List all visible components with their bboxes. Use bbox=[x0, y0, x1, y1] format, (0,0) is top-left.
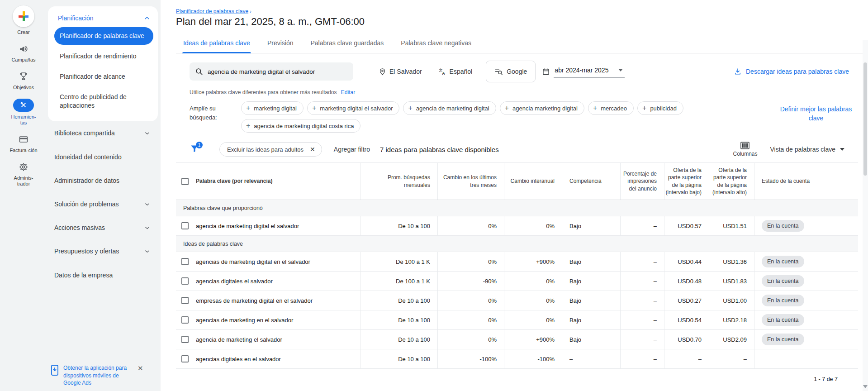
scrollbar-thumb[interactable] bbox=[863, 62, 867, 176]
filter-bar: 1 Excluir las ideas para adultos ✕ Agreg… bbox=[190, 142, 858, 157]
sidebar-item-content-suitability[interactable]: Idoneidad del contenido bbox=[47, 145, 158, 169]
map-pin-icon bbox=[379, 68, 386, 76]
add-filter-button[interactable]: Agregar filtro bbox=[334, 146, 370, 153]
sidebar-item-business-data[interactable]: Datos de la empresa bbox=[47, 263, 158, 287]
download-label: Descargar ideas para palabras clave bbox=[746, 68, 849, 75]
network-value: Google bbox=[507, 68, 527, 75]
change-yoy-cell: +900% bbox=[504, 330, 562, 349]
close-icon[interactable]: ✕ bbox=[138, 364, 143, 386]
rail-label-create: Crear bbox=[9, 29, 38, 35]
sidebar-item-budgets-bids[interactable]: Presupuestos y ofertas bbox=[47, 239, 158, 263]
change-3m-cell: 0% bbox=[437, 252, 504, 271]
caret-down-icon bbox=[618, 69, 623, 72]
rail-label-admin: Adminis-trador bbox=[9, 175, 38, 187]
refine-keywords-link[interactable]: Definir mejor las palabras clave bbox=[773, 101, 859, 133]
chip-add-keyword[interactable]: +agencia de marketing digital costa rica bbox=[241, 119, 360, 133]
create-button[interactable] bbox=[13, 5, 34, 27]
row-checkbox[interactable] bbox=[181, 297, 189, 304]
status-cell bbox=[754, 349, 858, 368]
sidebar-item-troubleshooting[interactable]: Solución de problemas bbox=[47, 192, 158, 216]
scrollbar[interactable] bbox=[863, 40, 868, 391]
chip-label: mercadeo bbox=[601, 105, 627, 112]
impression-share-cell: – bbox=[620, 252, 664, 271]
trophy-icon bbox=[18, 71, 29, 82]
network-selector[interactable]: Google bbox=[486, 61, 536, 82]
rail-item-billing[interactable]: Factura-ción bbox=[9, 134, 38, 153]
rail-item-goals[interactable]: Objetivos bbox=[9, 71, 38, 91]
tab-saved-keywords[interactable]: Palabras clave guardadas bbox=[309, 35, 384, 53]
keyword-cell: agencias de marketing digital en el salv… bbox=[176, 252, 360, 271]
status-cell: En la cuenta bbox=[754, 291, 858, 310]
bid-low-cell: USD0.44 bbox=[664, 252, 709, 271]
tab-keyword-ideas[interactable]: Ideas de palabras clave bbox=[182, 35, 251, 53]
row-checkbox[interactable] bbox=[181, 316, 189, 324]
sidebar-item-bulk-actions[interactable]: Acciones masivas bbox=[47, 216, 158, 239]
breadcrumb-link[interactable]: Planificador de palabras clave bbox=[176, 8, 248, 14]
edit-link[interactable]: Editar bbox=[341, 89, 355, 95]
tab-forecast[interactable]: Previsión bbox=[266, 35, 294, 53]
promo-link[interactable]: Obtener la aplicación para dispositivos … bbox=[63, 364, 131, 386]
filter-chip-exclude-adult[interactable]: Excluir las ideas para adultos ✕ bbox=[219, 142, 322, 157]
sidebar-item-reach-planner[interactable]: Planificador de alcance bbox=[54, 68, 153, 86]
sidebar-item-keyword-planner[interactable]: Planificador de palabras clave bbox=[54, 27, 153, 45]
keyword-cell: agencia de marketing el salvador bbox=[176, 330, 360, 349]
avg-searches-cell: De 10 a 100 bbox=[360, 330, 437, 349]
tab-bar: Ideas de palabras clave Previsión Palabr… bbox=[176, 35, 868, 53]
chip-add-keyword[interactable]: +marketing digital bbox=[241, 101, 304, 115]
row-checkbox[interactable] bbox=[181, 258, 189, 265]
row-checkbox[interactable] bbox=[181, 277, 189, 285]
sidebar-item-data-manager[interactable]: Administrador de datos bbox=[47, 169, 158, 192]
chip-add-keyword[interactable]: +mercadeo bbox=[588, 101, 634, 115]
rail-item-campaigns[interactable]: Campañas bbox=[9, 43, 38, 63]
select-all-checkbox[interactable] bbox=[181, 178, 189, 185]
competition-cell: Bajo bbox=[562, 216, 620, 235]
download-ideas-button[interactable]: Descargar ideas para palabras clave bbox=[734, 67, 849, 76]
rail-item-create[interactable]: Crear bbox=[9, 5, 38, 35]
sidebar-item-performance-planner[interactable]: Planificador de rendimiento bbox=[54, 48, 153, 65]
chip-add-keyword[interactable]: +publicidad bbox=[637, 101, 683, 115]
status-cell: En la cuenta bbox=[754, 252, 858, 271]
keyword-search-box[interactable] bbox=[190, 62, 353, 81]
keyword-text: agencias digitales el salvador bbox=[196, 278, 273, 285]
rail-label-campaigns: Campañas bbox=[9, 57, 38, 63]
download-icon bbox=[734, 67, 742, 76]
section-keyword-ideas: Ideas de palabras clave bbox=[176, 236, 858, 252]
date-range-value-wrap: abr 2024-mar 2025 bbox=[554, 66, 625, 78]
columns-button[interactable]: Columnas bbox=[733, 142, 757, 157]
row-checkbox[interactable] bbox=[181, 336, 189, 343]
keyword-view-selector[interactable]: Vista de palabras clave bbox=[770, 146, 845, 153]
row-checkbox[interactable] bbox=[181, 222, 189, 229]
planning-section-title: Planificación bbox=[58, 14, 94, 22]
planning-section-header[interactable]: Planificación bbox=[54, 13, 153, 27]
change-yoy-cell: 0% bbox=[504, 272, 562, 291]
scroll-down-arrow-icon[interactable] bbox=[863, 385, 868, 388]
toolbar: El Salvador 文A Español Google abr 202 bbox=[190, 61, 859, 82]
sidebar-item-app-ads-hub[interactable]: Centro de publicidad de aplicaciones bbox=[54, 88, 153, 114]
row-checkbox[interactable] bbox=[181, 355, 189, 362]
header-avg-searches: Prom. búsquedas mensuales bbox=[360, 163, 437, 200]
megaphone-icon bbox=[18, 43, 29, 55]
columns-label: Columnas bbox=[733, 151, 757, 157]
status-badge: En la cuenta bbox=[762, 220, 804, 232]
tab-negative-keywords[interactable]: Palabras clave negativas bbox=[400, 35, 472, 53]
rail-item-admin[interactable]: Adminis-trador bbox=[9, 161, 38, 187]
bid-low-cell: USD0.48 bbox=[664, 272, 709, 291]
keyword-cell: agencias digitales en el salvador bbox=[176, 349, 360, 368]
table-row: agencias de marketing en el salvador De … bbox=[176, 310, 858, 330]
chip-add-keyword[interactable]: +agencia marketing digital bbox=[500, 101, 584, 115]
table-row: agencias digitales en el salvador De 10 … bbox=[176, 349, 858, 369]
chip-add-keyword[interactable]: +marketing digital el salvador bbox=[307, 101, 399, 115]
search-input[interactable] bbox=[208, 68, 348, 75]
location-selector[interactable]: El Salvador bbox=[379, 68, 422, 76]
avg-searches-cell: De 100 a 1 K bbox=[360, 252, 437, 271]
chip-add-keyword[interactable]: +agencia de marketing digital bbox=[403, 101, 496, 115]
rail-item-tools[interactable]: Herramien-tas bbox=[9, 99, 38, 126]
filter-funnel-button[interactable]: 1 bbox=[190, 143, 201, 155]
sidebar-item-shared-library[interactable]: Biblioteca compartida bbox=[47, 121, 158, 145]
impression-share-cell: – bbox=[620, 272, 664, 291]
chip-label: publicidad bbox=[650, 105, 677, 112]
close-icon[interactable]: ✕ bbox=[310, 146, 315, 153]
language-selector[interactable]: 文A Español bbox=[438, 67, 473, 76]
mobile-app-promo[interactable]: Obtener la aplicación para dispositivos … bbox=[50, 364, 157, 386]
date-range-selector[interactable]: abr 2024-mar 2025 bbox=[542, 66, 625, 78]
